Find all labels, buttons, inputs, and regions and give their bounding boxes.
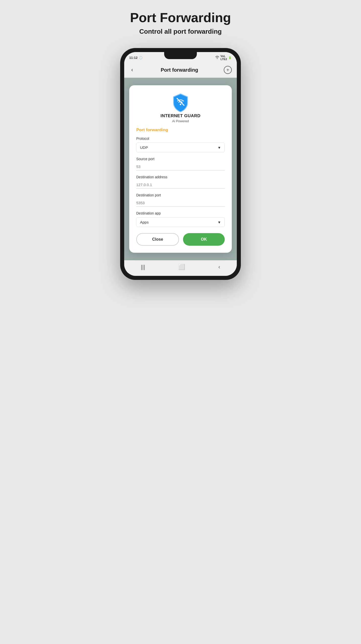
destination-app-group: Destination app Apps ▼ [136, 211, 225, 227]
nav-home-button[interactable]: ⬜ [178, 264, 185, 270]
bottom-nav: ||| ⬜ ‹ [124, 260, 237, 276]
destination-address-group: Destination address [136, 175, 225, 189]
svg-point-1 [180, 104, 181, 105]
source-port-group: Source port [136, 157, 225, 170]
header-title: Port forwarding [161, 67, 198, 73]
destination-app-select[interactable]: Apps ▼ [136, 217, 225, 227]
source-port-input[interactable] [136, 163, 225, 170]
destination-app-value: Apps [140, 220, 149, 224]
notch [164, 52, 197, 59]
nav-back-button[interactable]: ‹ [218, 264, 220, 270]
app-name: INTERNET GUARD [160, 113, 200, 118]
page-subtitle: Control all port forwarding [139, 28, 222, 35]
app-tagline: Ai Powered [172, 119, 189, 123]
phone-frame: 11:12 🕛 VoLLTE2 🔋 ‹ Port forwarding [120, 48, 241, 280]
protocol-chevron-icon: ▼ [217, 146, 221, 150]
back-button[interactable]: ‹ [129, 66, 135, 74]
battery-icon: 🔋 [228, 56, 232, 59]
nav-recent-button[interactable]: ||| [141, 264, 145, 270]
dialog-section-title: Port forwarding [136, 127, 225, 133]
phone-screen: 11:12 🕛 VoLLTE2 🔋 ‹ Port forwarding [124, 52, 237, 276]
destination-port-label: Destination port [136, 193, 225, 197]
protocol-label: Protocol [136, 137, 225, 141]
shield-icon [171, 93, 190, 111]
destination-address-label: Destination address [136, 175, 225, 179]
destination-app-label: Destination app [136, 211, 225, 215]
status-time: 11:12 🕛 [129, 56, 143, 60]
app-header: ‹ Port forwarding + [124, 63, 237, 78]
protocol-select[interactable]: UDP ▼ [136, 143, 225, 152]
ok-button[interactable]: OK [183, 233, 225, 246]
close-button[interactable]: Close [136, 233, 179, 246]
signal-text: VoLLTE2 [220, 55, 227, 61]
protocol-group: Protocol UDP ▼ [136, 137, 225, 152]
add-button[interactable]: + [224, 66, 232, 74]
screen-content: INTERNET GUARD Ai Powered Port forwardin… [124, 78, 237, 260]
destination-app-chevron-icon: ▼ [217, 220, 221, 224]
protocol-value: UDP [140, 145, 148, 150]
destination-address-input[interactable] [136, 181, 225, 189]
wifi-icon [215, 56, 219, 59]
destination-port-group: Destination port [136, 193, 225, 207]
dialog-card: INTERNET GUARD Ai Powered Port forwardin… [129, 85, 232, 253]
status-icons: VoLLTE2 🔋 [215, 55, 232, 61]
app-logo-area: INTERNET GUARD Ai Powered [136, 93, 225, 123]
source-port-label: Source port [136, 157, 225, 161]
status-bar: 11:12 🕛 VoLLTE2 🔋 [124, 52, 237, 63]
page-title: Port Forwarding [130, 10, 231, 25]
destination-port-input[interactable] [136, 199, 225, 207]
dialog-actions: Close OK [136, 233, 225, 246]
